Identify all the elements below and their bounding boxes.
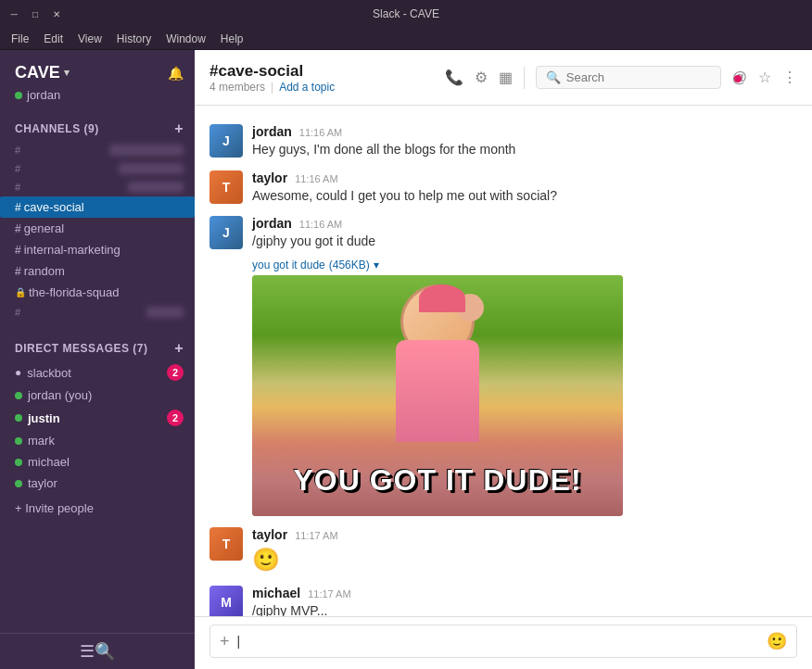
list-item[interactable]: # xyxy=(0,178,195,196)
channel-name: general xyxy=(24,221,64,235)
search-bar[interactable]: 🔍 xyxy=(536,66,721,89)
minimize-button[interactable]: ─ xyxy=(7,6,21,21)
hash-icon: # xyxy=(15,222,21,235)
message-time: 11:16 AM xyxy=(299,219,342,230)
avatar: J xyxy=(209,124,243,158)
sidebar-item-random[interactable]: # random xyxy=(0,260,195,282)
add-topic-link[interactable]: Add a topic xyxy=(279,81,335,94)
add-channel-button[interactable]: + xyxy=(174,120,184,137)
dm-slackbot[interactable]: ● slackbot 2 xyxy=(0,360,195,385)
channels-section-header: CHANNELS (9) + xyxy=(0,113,195,141)
gif-image: YOU GOT IT DUDE! xyxy=(252,275,623,516)
message-time: 11:16 AM xyxy=(295,173,337,184)
online-dot xyxy=(15,437,22,445)
message-body: taylor 11:17 AM 🙂 xyxy=(252,527,797,575)
message-text: 🙂 xyxy=(252,544,797,575)
list-item[interactable]: # xyxy=(0,159,195,178)
lock-icon: 🔒 xyxy=(15,287,26,297)
blurred-channel xyxy=(128,182,184,193)
message-row: T taylor 11:17 AM 🙂 xyxy=(195,524,812,579)
workspace-chevron-icon: ▾ xyxy=(64,67,70,79)
list-item[interactable]: # xyxy=(0,303,195,322)
hash-icon: # xyxy=(15,244,21,257)
sidebar-search-icon[interactable]: ☰🔍 xyxy=(80,641,115,662)
window-title: Slack - CAVE xyxy=(63,7,749,20)
maximize-button[interactable]: □ xyxy=(29,6,43,21)
online-dot xyxy=(15,480,22,487)
dm-justin[interactable]: justin 2 xyxy=(0,406,195,430)
dm-taylor[interactable]: taylor xyxy=(0,473,195,494)
star-icon[interactable]: ☆ xyxy=(758,69,771,86)
gif-overlay-text: YOU GOT IT DUDE! xyxy=(252,463,623,498)
channel-name: random xyxy=(24,264,65,278)
message-author: michael xyxy=(252,586,300,600)
avatar: T xyxy=(209,170,243,204)
avatar: J xyxy=(209,216,243,249)
layout-icon[interactable]: ▦ xyxy=(499,69,513,86)
gif-dropdown-icon[interactable]: ▾ xyxy=(374,259,379,271)
message-row: M michael 11:17 AM /giphy MVP... xyxy=(195,582,812,616)
menu-file[interactable]: File xyxy=(4,31,36,47)
message-author: taylor xyxy=(252,170,287,185)
channel-name: internal-marketing xyxy=(24,243,121,257)
menu-window[interactable]: Window xyxy=(159,31,213,47)
channel-header: #cave-social 4 members | Add a topic 📞 ⚙… xyxy=(195,50,812,106)
settings-icon[interactable]: ⚙ xyxy=(475,69,488,86)
unread-badge: 2 xyxy=(167,410,184,426)
online-dot xyxy=(15,459,22,466)
dm-jordan[interactable]: jordan (you) xyxy=(0,385,195,406)
dm-section-header: DIRECT MESSAGES (7) + xyxy=(0,333,195,360)
workspace-name[interactable]: CAVE ▾ xyxy=(15,63,70,82)
dm-name: michael xyxy=(28,455,70,469)
header-divider xyxy=(524,67,525,89)
dm-name: justin xyxy=(28,411,60,425)
add-attachment-button[interactable]: + xyxy=(220,632,230,651)
message-text: Awesome, could I get you to help me out … xyxy=(252,187,797,206)
emoji-picker-button[interactable]: 🙂 xyxy=(767,631,787,651)
member-count: 4 members xyxy=(209,81,265,94)
more-options-icon[interactable]: ⋮ xyxy=(782,69,797,86)
bell-icon[interactable]: 🔔 xyxy=(168,66,184,81)
channel-list: # # # # cave-social # general xyxy=(0,141,195,325)
add-dm-button[interactable]: + xyxy=(174,340,184,357)
invite-people-link[interactable]: + Invite people xyxy=(0,494,195,523)
blurred-channel xyxy=(119,163,184,174)
sidebar-item-florida-squad[interactable]: 🔒 the-florida-squad xyxy=(0,282,195,303)
menu-history[interactable]: History xyxy=(109,31,159,47)
gif-attachment: you got it dude (456KB) ▾ xyxy=(252,259,797,516)
menu-help[interactable]: Help xyxy=(213,31,251,47)
message-author: jordan xyxy=(252,216,292,231)
dm-name: taylor xyxy=(28,476,57,490)
sidebar-item-cave-social[interactable]: # cave-social xyxy=(0,196,195,218)
menu-view[interactable]: View xyxy=(70,31,109,47)
sidebar-item-internal-marketing[interactable]: # internal-marketing xyxy=(0,239,195,260)
message-author: jordan xyxy=(252,124,292,139)
list-item[interactable]: # xyxy=(0,141,195,159)
close-button[interactable]: ✕ xyxy=(49,6,63,21)
search-icon: 🔍 xyxy=(546,70,561,84)
message-body: jordan 11:16 AM Hey guys, I'm done all t… xyxy=(252,124,797,159)
menu-edit[interactable]: Edit xyxy=(36,31,70,47)
channel-name-heading: #cave-social xyxy=(209,62,434,81)
dm-label: DIRECT MESSAGES (7) xyxy=(15,342,148,355)
dm-section: DIRECT MESSAGES (7) + ● slackbot 2 jorda… xyxy=(0,333,195,494)
message-body: michael 11:17 AM /giphy MVP... xyxy=(252,586,797,616)
mention-button[interactable]: @ xyxy=(732,69,747,86)
search-input[interactable] xyxy=(566,70,696,84)
message-author: taylor xyxy=(252,527,287,542)
user-status-dot xyxy=(15,92,22,99)
message-input-box: + 🙂 xyxy=(209,625,797,658)
blurred-channel xyxy=(146,307,184,318)
channel-meta: 4 members | Add a topic xyxy=(209,81,434,94)
dm-mark[interactable]: mark xyxy=(0,430,195,451)
dm-name: mark xyxy=(28,434,55,448)
message-input[interactable] xyxy=(237,634,759,649)
sidebar-item-general[interactable]: # general xyxy=(0,218,195,239)
avatar: T xyxy=(209,527,243,561)
dm-michael[interactable]: michael xyxy=(0,451,195,473)
message-text: /giphy MVP... xyxy=(252,602,797,616)
phone-icon[interactable]: 📞 xyxy=(445,69,463,86)
gif-label[interactable]: you got it dude (456KB) ▾ xyxy=(252,259,797,271)
user-status: jordan xyxy=(0,86,195,113)
app-body: CAVE ▾ 🔔 jordan CHANNELS (9) + # # xyxy=(0,50,812,669)
